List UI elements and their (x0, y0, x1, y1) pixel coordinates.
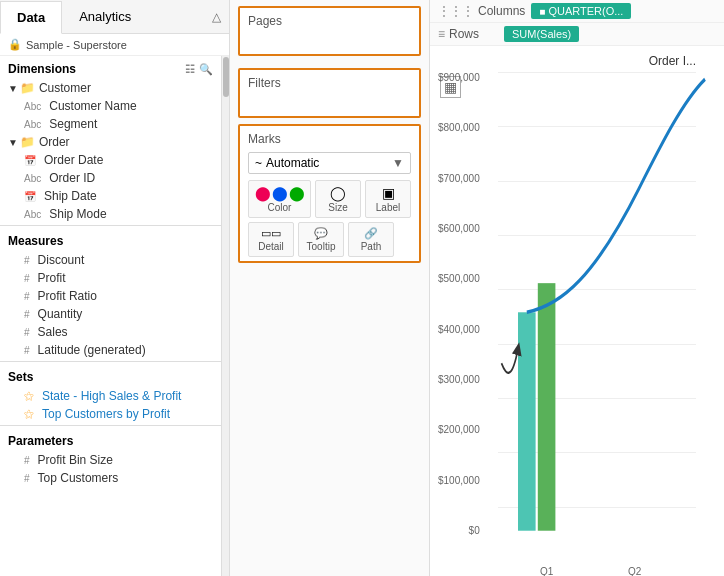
quarter-icon: ■ (539, 6, 545, 17)
grid-icon[interactable]: ☷ (185, 63, 195, 76)
color-button[interactable]: ⬤⬤⬤ Color (248, 180, 311, 218)
abc-icon-4: Abc (24, 209, 41, 220)
order-date-item[interactable]: 📅 Order Date (0, 151, 221, 169)
hash-icon-2: # (24, 273, 30, 284)
sales-label: Sales (38, 325, 68, 339)
customer-name-item[interactable]: Abc Customer Name (0, 97, 221, 115)
dimensions-header: Dimensions ☷ 🔍 (0, 56, 221, 79)
hash-icon-7: # (24, 455, 30, 466)
tooltip-icon: 💬 (305, 227, 337, 240)
columns-pill[interactable]: ■ QUARTER(O... (531, 3, 631, 19)
marks-type-dropdown[interactable]: ~ Automatic ▼ (248, 152, 411, 174)
pages-shelf[interactable]: Pages (238, 6, 421, 56)
columns-label: Columns (478, 4, 525, 18)
marks-type-label: Automatic (266, 156, 319, 170)
sidebar-options-icon[interactable]: △ (204, 2, 229, 32)
ship-date-item[interactable]: 📅 Ship Date (0, 187, 221, 205)
chart-svg (496, 72, 716, 538)
color-button-label: Color (255, 202, 304, 213)
profit-bin-label: Profit Bin Size (38, 453, 113, 467)
tab-analytics[interactable]: Analytics (62, 0, 148, 33)
path-button-label: Path (355, 241, 387, 252)
dimensions-header-icons: ☷ 🔍 (185, 63, 213, 76)
size-icon: ◯ (322, 185, 354, 201)
search-icon[interactable]: 🔍 (199, 63, 213, 76)
tooltip-button-label: Tooltip (305, 241, 337, 252)
customer-name-label: Customer Name (49, 99, 136, 113)
sales-item[interactable]: # Sales (0, 323, 221, 341)
order-id-label: Order ID (49, 171, 95, 185)
chart-panel: ⋮⋮⋮ Columns ■ QUARTER(O... ≡ Rows SUM(Sa… (430, 0, 724, 576)
detail-button[interactable]: ▭▭ Detail (248, 222, 294, 257)
state-sales-profit-item[interactable]: ⚝ State - High Sales & Profit (0, 387, 221, 405)
marks-buttons-row: ⬤⬤⬤ Color ◯ Size ▣ Label (248, 180, 411, 218)
hash-icon-8: # (24, 473, 30, 484)
sidebar-scrollbar[interactable] (221, 56, 229, 576)
rows-row: ≡ Rows SUM(Sales) (430, 23, 724, 46)
sidebar: Data Analytics △ 🔒 Sample - Superstore D… (0, 0, 230, 576)
size-button-label: Size (322, 202, 354, 213)
latitude-label: Latitude (generated) (38, 343, 146, 357)
parameters-header: Parameters (0, 428, 221, 451)
y-label-500k: $500,000 (438, 273, 484, 284)
automatic-icon: ~ (255, 156, 262, 170)
top-customers-param-item[interactable]: # Top Customers (0, 469, 221, 487)
filters-shelf[interactable]: Filters (238, 68, 421, 118)
measures-header: Measures (0, 228, 221, 251)
size-button[interactable]: ◯ Size (315, 180, 361, 218)
order-group-label: Order (39, 135, 70, 149)
hash-icon-3: # (24, 291, 30, 302)
customer-group-label: Customer (39, 81, 91, 95)
latitude-item[interactable]: # Latitude (generated) (0, 341, 221, 359)
rows-pill[interactable]: SUM(Sales) (504, 26, 579, 42)
tooltip-button[interactable]: 💬 Tooltip (298, 222, 344, 257)
ship-date-label: Ship Date (44, 189, 97, 203)
order-date-label: Order Date (44, 153, 103, 167)
sets-header: Sets (0, 364, 221, 387)
x-label-q1: Q1 (540, 566, 553, 576)
profit-item[interactable]: # Profit (0, 269, 221, 287)
detail-button-label: Detail (255, 241, 287, 252)
line-path (527, 79, 705, 312)
tab-data[interactable]: Data (0, 1, 62, 34)
discount-item[interactable]: # Discount (0, 251, 221, 269)
order-group-header[interactable]: ▼ 📁 Order (0, 133, 221, 151)
y-axis: $900,000 $800,000 $700,000 $600,000 $500… (438, 72, 484, 536)
columns-row: ⋮⋮⋮ Columns ■ QUARTER(O... (430, 0, 724, 23)
path-button[interactable]: 🔗 Path (348, 222, 394, 257)
segment-item[interactable]: Abc Segment (0, 115, 221, 133)
y-label-400k: $400,000 (438, 324, 484, 335)
profit-ratio-item[interactable]: # Profit Ratio (0, 287, 221, 305)
quantity-label: Quantity (38, 307, 83, 321)
customer-group-header[interactable]: ▼ 📁 Customer (0, 79, 221, 97)
pages-label: Pages (244, 12, 415, 30)
center-panel: Pages Filters Marks ~ Automatic ▼ ⬤⬤⬤ Co… (230, 0, 430, 576)
sidebar-scrollbar-thumb[interactable] (223, 57, 229, 97)
order-group: ▼ 📁 Order 📅 Order Date Abc Order ID 📅 (0, 133, 221, 223)
ship-mode-label: Ship Mode (49, 207, 106, 221)
dimensions-label: Dimensions (8, 62, 76, 76)
bar-green-1[interactable] (538, 283, 556, 531)
order-id-item[interactable]: Abc Order ID (0, 169, 221, 187)
top-customers-item[interactable]: ⚝ Top Customers by Profit (0, 405, 221, 423)
rows-pill-value: SUM(Sales) (512, 28, 571, 40)
sidebar-content: Dimensions ☷ 🔍 ▼ 📁 Customer Abc (0, 56, 221, 576)
label-button[interactable]: ▣ Label (365, 180, 411, 218)
profit-ratio-label: Profit Ratio (38, 289, 97, 303)
rows-label: Rows (449, 27, 479, 41)
abc-icon: Abc (24, 101, 41, 112)
ship-mode-item[interactable]: Abc Ship Mode (0, 205, 221, 223)
profit-bin-item[interactable]: # Profit Bin Size (0, 451, 221, 469)
abc-icon-2: Abc (24, 119, 41, 130)
hash-icon-5: # (24, 327, 30, 338)
chart-title: Order I... (438, 54, 716, 68)
divider-1 (0, 225, 221, 226)
sidebar-tabs: Data Analytics △ (0, 0, 229, 34)
y-label-900k: $900,000 (438, 72, 484, 83)
divider-3 (0, 425, 221, 426)
customer-group: ▼ 📁 Customer Abc Customer Name Abc Segme… (0, 79, 221, 133)
marks-label: Marks (244, 130, 415, 148)
marks-detail-row: ▭▭ Detail 💬 Tooltip 🔗 Path (248, 222, 411, 257)
quantity-item[interactable]: # Quantity (0, 305, 221, 323)
bar-teal-1[interactable] (518, 312, 536, 530)
